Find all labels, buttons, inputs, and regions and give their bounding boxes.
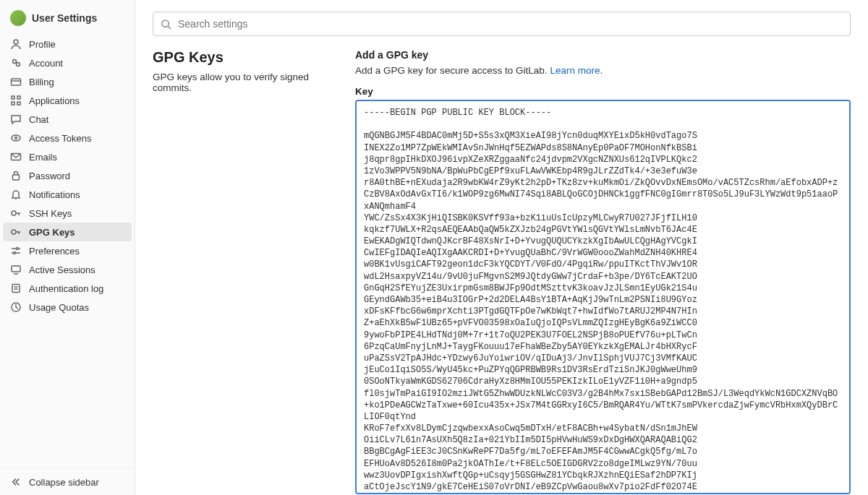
sidebar-item-label: Account	[29, 58, 63, 69]
sidebar-item-label: Active Sessions	[29, 264, 95, 275]
sidebar-item-label: Usage Quotas	[29, 302, 89, 313]
emails-icon	[10, 151, 22, 163]
page-title: GPG Keys	[153, 49, 326, 66]
svg-rect-5	[12, 96, 14, 99]
sidebar-item-label: SSH Keys	[29, 208, 72, 219]
sidebar-item-label: Profile	[29, 39, 56, 50]
sidebar-item-usage-quotas[interactable]: Usage Quotas	[0, 298, 135, 317]
sidebar-item-label: Applications	[29, 95, 80, 106]
svg-rect-3	[12, 79, 21, 85]
sidebar-item-billing[interactable]: Billing	[0, 72, 135, 91]
key-icon	[10, 207, 22, 219]
profile-icon	[10, 38, 22, 50]
sidebar: User Settings Profile Account Billing Ap…	[0, 0, 135, 495]
search-icon	[160, 18, 171, 30]
sidebar-item-label: Access Tokens	[29, 133, 91, 144]
add-key-section: Add a GPG key Add a GPG key for secure a…	[355, 49, 851, 495]
notifications-icon	[10, 189, 22, 200]
sidebar-item-applications[interactable]: Applications	[0, 91, 135, 110]
sidebar-item-profile[interactable]: Profile	[0, 35, 135, 53]
sidebar-item-label: Authentication log	[29, 283, 103, 294]
sidebar-item-label: Billing	[29, 77, 54, 87]
svg-point-18	[14, 252, 16, 254]
page-intro: GPG Keys GPG keys allow you to verify si…	[153, 49, 326, 495]
sidebar-item-auth-log[interactable]: Authentication log	[0, 279, 135, 298]
sidebar-item-active-sessions[interactable]: Active Sessions	[0, 260, 135, 279]
svg-point-16	[17, 248, 19, 250]
key-icon	[10, 226, 22, 238]
sidebar-item-label: Password	[29, 171, 70, 181]
sidebar-item-chat[interactable]: Chat	[0, 110, 135, 129]
sidebar-item-password[interactable]: Password	[0, 166, 135, 185]
svg-point-0	[14, 40, 18, 44]
sidebar-item-preferences[interactable]: Preferences	[0, 241, 135, 260]
svg-rect-19	[12, 266, 20, 272]
learn-more-link[interactable]: Learn more	[550, 65, 600, 76]
sidebar-item-notifications[interactable]: Notifications	[0, 185, 135, 204]
add-key-title: Add a GPG key	[355, 49, 851, 61]
collapse-icon	[10, 476, 22, 488]
svg-rect-7	[12, 102, 14, 105]
sidebar-item-label: Chat	[29, 114, 48, 125]
gpg-key-textarea[interactable]	[355, 100, 851, 494]
add-key-help: Add a GPG key for secure access to GitLa…	[355, 65, 851, 76]
page-description: GPG keys allow you to verify signed comm…	[153, 72, 326, 93]
sidebar-header: User Settings	[0, 6, 135, 35]
sidebar-item-emails[interactable]: Emails	[0, 147, 135, 166]
sidebar-item-label: Preferences	[29, 246, 80, 257]
sidebar-title: User Settings	[32, 12, 97, 24]
svg-point-10	[15, 137, 17, 139]
search-wrap	[153, 12, 851, 36]
svg-line-26	[168, 26, 171, 29]
preferences-icon	[10, 245, 22, 257]
applications-icon	[10, 95, 22, 106]
svg-point-2	[17, 63, 20, 66]
account-icon	[10, 57, 22, 69]
svg-rect-12	[13, 175, 20, 180]
collapse-label: Collapse sidebar	[29, 477, 99, 488]
sidebar-item-gpg-keys[interactable]: GPG Keys	[3, 223, 132, 241]
avatar	[10, 10, 26, 26]
key-field-label: Key	[355, 86, 851, 97]
token-icon	[10, 132, 22, 144]
billing-icon	[10, 76, 22, 87]
svg-rect-6	[17, 96, 20, 99]
sidebar-item-account[interactable]: Account	[0, 53, 135, 72]
chat-icon	[10, 113, 22, 125]
search-input[interactable]	[153, 12, 851, 36]
sidebar-item-ssh-keys[interactable]: SSH Keys	[0, 204, 135, 223]
sidebar-item-label: Emails	[29, 152, 57, 163]
svg-point-25	[161, 20, 168, 26]
sidebar-item-label: Notifications	[29, 189, 80, 200]
svg-rect-8	[17, 102, 20, 105]
quota-icon	[10, 301, 22, 313]
sessions-icon	[10, 264, 22, 275]
authlog-icon	[10, 283, 22, 294]
svg-point-9	[12, 135, 20, 141]
password-icon	[10, 170, 22, 181]
sidebar-item-access-tokens[interactable]: Access Tokens	[0, 129, 135, 147]
svg-point-14	[12, 230, 16, 234]
sidebar-item-label: GPG Keys	[29, 227, 75, 238]
svg-rect-21	[12, 285, 20, 293]
main-content: GPG Keys GPG keys allow you to verify si…	[135, 0, 868, 495]
sidebar-items: Profile Account Billing Applications Cha…	[0, 35, 135, 468]
collapse-sidebar[interactable]: Collapse sidebar	[0, 468, 135, 495]
svg-point-1	[13, 60, 17, 64]
svg-point-13	[12, 211, 16, 215]
